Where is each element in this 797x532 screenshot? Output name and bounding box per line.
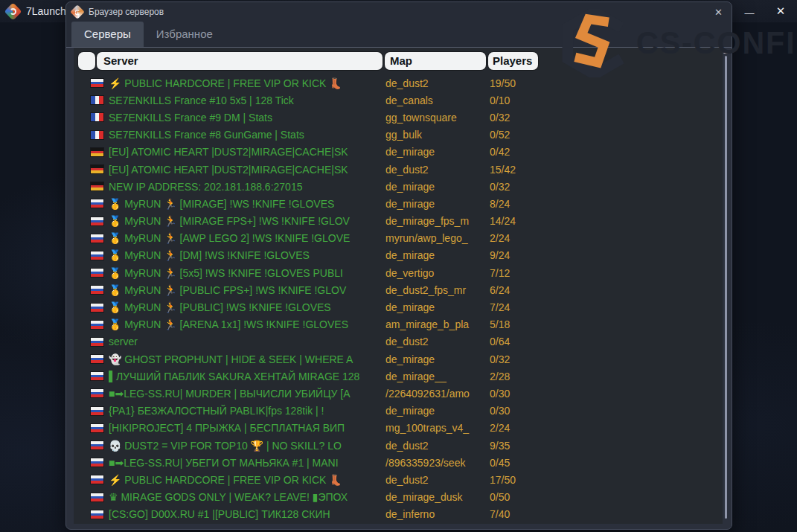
- server-name: 🥇 MyRUN 🏃 [MIRAGE] !WS !KNIFE !GLOVES: [109, 198, 385, 210]
- server-row[interactable]: 🥇 MyRUN 🏃 [5x5] !WS !KNIFE !GLOVES PUBLI…: [74, 264, 723, 281]
- server-name: ⚡ PUBLIC HARDCORE | FREE VIP OR KICK 👢: [109, 474, 385, 486]
- flag-icon-ru: [91, 372, 103, 380]
- scroll-up-icon[interactable]: [723, 50, 729, 54]
- player-count: 0/32: [490, 181, 723, 193]
- player-count: 0/32: [490, 353, 723, 365]
- flag-icon-ru: [91, 407, 103, 415]
- header-cell-map[interactable]: Map: [385, 52, 486, 70]
- server-row[interactable]: [HIKIPROJECT] 4 ПРЫЖКА | БЕСПЛАТНАЯ ВИПm…: [74, 420, 723, 437]
- map-name: de_canals: [385, 94, 490, 106]
- scrollbar-thumb[interactable]: [725, 56, 727, 519]
- flag-icon-de: [91, 165, 103, 173]
- server-row[interactable]: 🥇 MyRUN 🏃 [AWP LEGO 2] !WS !KNIFE !GLOVE…: [74, 230, 723, 247]
- server-name: [HIKIPROJECT] 4 ПРЫЖКА | БЕСПЛАТНАЯ ВИП: [109, 422, 385, 434]
- map-name: /2264092631/amo: [385, 388, 490, 400]
- player-count: 0/45: [490, 457, 723, 469]
- dialog-close-icon[interactable]: ✕: [714, 7, 723, 18]
- map-name: myrun/awp_lego_: [385, 232, 490, 244]
- server-row[interactable]: ⚡ PUBLIC HARDCORE | FREE VIP OR KICK 👢de…: [74, 74, 723, 92]
- server-row[interactable]: [CS:GO] D00X.RU #1 |[PUBLIC] ТИК128 СКИН…: [74, 506, 723, 523]
- server-row[interactable]: 🥇 MyRUN 🏃 [DM] !WS !KNIFE !GLOVESde_mira…: [74, 247, 723, 264]
- server-row[interactable]: {PA1} БЕЗЖАЛОСТНЫЙ PABLIK|fps 128tik | !…: [74, 403, 723, 420]
- server-row[interactable]: [EU] ATOMIC HEART |DUST2|MIRAGE|CACHE|SK…: [74, 144, 723, 161]
- server-name: NEW IP ADDRESS: 202.181.188.6:27015: [109, 181, 385, 193]
- map-name: de_dust2: [385, 336, 490, 347]
- flag-icon-ru: [91, 475, 103, 484]
- flag-icon-fr: [91, 113, 103, 121]
- player-count: 0/30: [490, 388, 723, 400]
- dialog-title: Браузер серверов: [89, 7, 164, 17]
- server-row[interactable]: NEW IP ADDRESS: 202.181.188.6:27015de_mi…: [74, 178, 723, 195]
- flag-icon-ru: [91, 234, 103, 243]
- launcher-title: 7Launch: [26, 5, 66, 17]
- server-row[interactable]: ■➡LEG-SS.RU| MURDER | ВЫЧИСЛИ УБИЙЦУ [A/…: [74, 385, 723, 402]
- server-row[interactable]: ■➡LEG-SS.RU| УБЕГИ ОТ МАНЬЯКА #1 | MANI/…: [74, 454, 723, 471]
- player-count: 15/42: [490, 164, 723, 176]
- map-name: de_dust2_fps_mr: [385, 284, 490, 296]
- map-name: de_mirage__: [385, 371, 490, 382]
- close-button[interactable]: ✕: [764, 0, 797, 22]
- server-row[interactable]: 🥇 MyRUN 🏃 [PUBLIC] !WS !KNIFE !GLOVESde_…: [74, 298, 723, 315]
- server-name: 🥇 MyRUN 🏃 [ARENA 1x1] !WS !KNIFE !GLOVES: [109, 318, 385, 330]
- player-count: 0/10: [490, 94, 723, 106]
- player-count: 6/24: [490, 284, 723, 296]
- header-cell-blank[interactable]: [78, 52, 95, 70]
- server-name: SE7ENKILLS France #10 5x5 | 128 Tick: [109, 94, 385, 106]
- server-name: [CS:GO] D00X.RU #1 |[PUBLIC] ТИК128 СКИН: [109, 508, 385, 520]
- server-row[interactable]: 💀 DUST2 = VIP FOR TOP10 🏆 | NO SKILL? LO…: [74, 437, 723, 454]
- map-name: mg_100traps_v4_: [385, 422, 490, 434]
- minimize-button[interactable]: —: [734, 0, 764, 25]
- map-name: de_mirage: [385, 353, 490, 365]
- player-count: 2/28: [490, 371, 723, 382]
- server-name: 🥇 MyRUN 🏃 [AWP LEGO 2] !WS !KNIFE !GLOVE: [109, 232, 385, 244]
- server-row[interactable]: 👻 GHOST PROPHUNT | HIDE & SEEK | WHERE A…: [74, 350, 723, 368]
- server-row[interactable]: 🥇 MyRUN 🏃 [ARENA 1x1] !WS !KNIFE !GLOVES…: [74, 316, 723, 333]
- flag-icon-ru: [91, 217, 103, 225]
- tab-servers[interactable]: Серверы: [71, 22, 144, 47]
- tab-bar: Серверы Избранное: [66, 22, 732, 48]
- flag-icon-ru: [91, 510, 103, 519]
- dialog-logo-icon: [70, 4, 85, 19]
- server-row[interactable]: SE7ENKILLS France #9 DM | Statsgg_townsq…: [74, 109, 723, 126]
- server-row[interactable]: SE7ENKILLS France #10 5x5 | 128 Tickde_c…: [74, 92, 723, 109]
- server-row[interactable]: serverde_dust20/64: [74, 333, 723, 350]
- player-count: 0/32: [490, 112, 723, 124]
- header-cell-server[interactable]: Server: [97, 52, 383, 70]
- flag-icon-ru: [91, 493, 103, 501]
- server-row[interactable]: ▌ЛУЧШИЙ ПАБЛИК SAKURA ХЕНТАЙ MIRAGE 128d…: [74, 368, 723, 385]
- player-count: 7/40: [490, 508, 723, 520]
- server-row[interactable]: 🥇 MyRUN 🏃 [MIRAGE FPS+] !WS !KNIFE !GLOV…: [74, 213, 723, 230]
- server-row[interactable]: 🥇 MyRUN 🏃 [MIRAGE] !WS !KNIFE !GLOVESde_…: [74, 195, 723, 212]
- server-row[interactable]: ⚡ PUBLIC HARDCORE | FREE VIP OR KICK 👢de…: [74, 471, 723, 488]
- server-name: server: [109, 336, 385, 347]
- map-name: gg_bulk: [385, 129, 490, 141]
- flag-icon-ru: [91, 321, 103, 329]
- map-name: de_mirage_fps_m: [385, 215, 490, 227]
- dialog-titlebar[interactable]: Браузер серверов ✕: [66, 2, 732, 22]
- player-count: 0/30: [490, 405, 723, 417]
- map-name: de_mirage: [385, 301, 490, 313]
- server-name: 🥇 MyRUN 🏃 [PUBLIC FPS+] !WS !KNIFE !GLOV: [109, 284, 385, 296]
- vertical-scrollbar[interactable]: [723, 50, 729, 520]
- flag-icon-ru: [91, 304, 103, 312]
- server-row[interactable]: SE7ENKILLS France #8 GunGame | Statsgg_b…: [74, 126, 723, 144]
- server-row[interactable]: [EU] ATOMIC HEART |DUST2|MIRAGE|CACHE|SK…: [74, 161, 723, 178]
- header-cell-players[interactable]: Players: [488, 52, 538, 70]
- server-name: {PA1} БЕЗЖАЛОСТНЫЙ PABLIK|fps 128tik | !: [109, 405, 385, 417]
- server-name: ■➡LEG-SS.RU| MURDER | ВЫЧИСЛИ УБИЙЦУ [A: [109, 388, 385, 400]
- map-name: de_dust2: [385, 164, 490, 176]
- flag-icon-ru: [91, 441, 103, 449]
- flag-icon-ru: [91, 355, 103, 363]
- flag-icon-ru: [91, 389, 103, 397]
- map-name: de_dust2: [385, 440, 490, 452]
- player-count: 9/24: [490, 249, 723, 261]
- server-name: ⚡ PUBLIC HARDCORE | FREE VIP OR KICK 👢: [109, 77, 385, 89]
- server-name: [EU] ATOMIC HEART |DUST2|MIRAGE|CACHE|SK: [109, 146, 385, 158]
- tab-favorites[interactable]: Избранное: [144, 22, 225, 47]
- player-count: 8/24: [490, 198, 723, 210]
- server-name: 🥇 MyRUN 🏃 [PUBLIC] !WS !KNIFE !GLOVES: [109, 301, 385, 313]
- launcher-logo-icon: [4, 2, 22, 20]
- flag-icon-ru: [91, 79, 103, 87]
- server-row[interactable]: ♛ MIRAGE GODS ONLY | WEAK? LEAVE! ▮ЭПОХd…: [74, 489, 723, 506]
- server-row[interactable]: 🥇 MyRUN 🏃 [PUBLIC FPS+] !WS !KNIFE !GLOV…: [74, 281, 723, 298]
